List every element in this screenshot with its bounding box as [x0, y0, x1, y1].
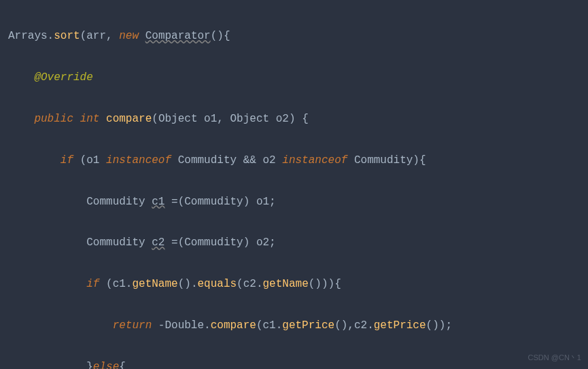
- method-compare: compare: [106, 113, 152, 125]
- keyword-new: new: [119, 30, 139, 42]
- code-line: @Override: [8, 67, 580, 88]
- class-ref: Arrays: [8, 30, 48, 42]
- method-call: sort: [54, 30, 80, 42]
- code-line: if (c1.getName().equals(c2.getName())){: [8, 274, 580, 294]
- code-editor[interactable]: Arrays.sort(arr, new Comparator(){ @Over…: [8, 5, 580, 369]
- keyword-int: int: [80, 113, 100, 125]
- annotation-override: @Override: [34, 71, 92, 84]
- code-line: }else{: [8, 357, 580, 369]
- class-comparator: Comparator: [145, 30, 211, 42]
- keyword-if: if: [86, 278, 99, 290]
- code-line: return -Double.compare(c1.getPrice(),c2.…: [8, 315, 580, 336]
- code-line: public int compare(Object o1, Object o2)…: [8, 109, 580, 129]
- code-line: Arrays.sort(arr, new Comparator(){: [8, 26, 580, 46]
- code-line: Commudity c1 =(Commudity) o1;: [8, 192, 580, 212]
- code-line: if (o1 instanceof Commudity && o2 instan…: [8, 150, 580, 171]
- keyword-else: else: [93, 361, 119, 369]
- keyword-instanceof: instanceof: [106, 154, 171, 166]
- keyword-public: public: [34, 113, 73, 125]
- keyword-if: if: [60, 154, 73, 166]
- keyword-return: return: [113, 319, 152, 332]
- code-line: Commudity c2 =(Commudity) o2;: [8, 232, 580, 253]
- var-c1: c1: [152, 196, 165, 208]
- var-c2: c2: [152, 236, 165, 249]
- watermark: CSDN @CN丶1: [528, 351, 581, 365]
- keyword-instanceof: instanceof: [282, 154, 347, 166]
